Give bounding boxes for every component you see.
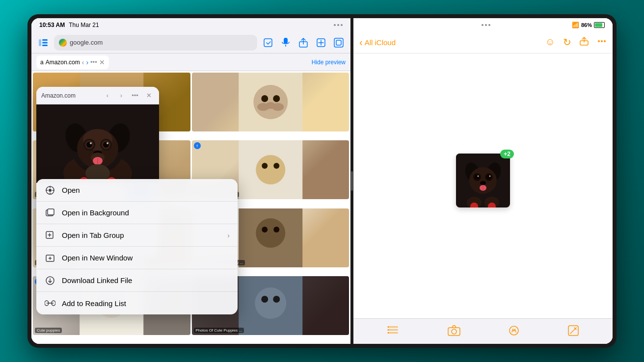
notes-back-button[interactable]: ‹ All iCloud [359,37,396,48]
safari-three-dots[interactable] [334,24,343,26]
hide-preview-button[interactable]: Hide preview [312,59,346,66]
open-icon [44,184,56,196]
svg-point-41 [256,218,285,248]
svg-point-25 [272,103,284,111]
notes-image-thumbnail [456,154,510,207]
notes-share-button[interactable] [579,36,589,49]
notes-back-label: All iCloud [365,38,396,47]
svg-point-99 [601,40,603,42]
context-download-file[interactable]: Download Linked File [36,269,238,292]
preview-back-button[interactable]: ‹ [102,90,113,101]
svg-point-109 [486,175,492,180]
grid-image-2[interactable] [192,73,349,131]
context-open-background[interactable]: Open in Background [36,202,238,224]
context-open-tab-group[interactable]: Open in Tab Group › [36,224,238,247]
context-reading-list-label: Add to Reading List [62,299,126,308]
notes-status-right: 📶 86% [572,22,605,28]
svg-rect-11 [334,38,343,47]
preview-image [36,104,159,183]
svg-rect-1 [42,39,48,41]
amazon-tab[interactable]: a Amazon.com ‹ › ••• ✕ [36,55,109,69]
svg-point-123 [388,329,389,331]
add-tab-button[interactable] [314,36,328,50]
svg-point-43 [273,227,279,233]
back-chevron-icon: ‹ [359,37,363,48]
safari-second-toolbar: a Amazon.com ‹ › ••• ✕ Hide preview [31,53,350,71]
notes-panel: 📶 86% ‹ All iCloud ☺ ↻ [353,18,613,344]
reading-list-icon [44,297,56,309]
context-open-new-window[interactable]: Open in New Window [36,247,238,269]
context-open[interactable]: Open [36,179,238,202]
battery-fill [595,23,602,27]
notes-markup-button[interactable] [509,325,519,338]
svg-rect-121 [388,332,398,334]
svg-point-51 [273,296,280,303]
svg-rect-119 [388,326,398,328]
context-open-new-window-label: Open in New Window [62,254,133,262]
tab-nav-back[interactable]: ‹ [82,58,84,66]
notes-three-dots[interactable] [482,24,490,26]
share-button[interactable] [296,36,310,50]
notes-checklist-button[interactable] [387,324,399,339]
notes-dropped-image[interactable]: +2 [456,154,510,207]
tab-nav-forward[interactable]: › [86,58,88,66]
safari-status-bar: 10:53 AM Thu Mar 21 [31,18,350,32]
address-bar[interactable]: google.com [54,35,257,51]
svg-point-122 [388,326,389,328]
svg-point-24 [257,103,269,111]
url-text: google.com [70,39,103,46]
tabs-overview-button[interactable] [332,36,346,50]
notes-compose-button[interactable] [568,325,579,338]
svg-rect-3 [42,45,48,46]
battery-percent: 86% [581,22,592,28]
preview-forward-button[interactable]: › [116,90,127,101]
notes-content: +2 [353,53,613,318]
svg-point-111 [489,176,491,177]
svg-rect-120 [388,329,398,331]
context-open-background-label: Open in Background [62,208,129,217]
svg-rect-4 [264,39,272,47]
open-tab-group-icon [44,230,56,241]
notes-more-button[interactable] [597,36,607,49]
download-file-icon [44,275,56,286]
notes-bottom-bar [353,318,613,344]
notes-refresh-button[interactable]: ↻ [563,36,571,49]
svg-rect-5 [284,38,288,44]
svg-point-65 [90,142,92,144]
svg-point-34 [273,163,279,169]
context-reading-list[interactable]: Add to Reading List [36,292,238,314]
notes-emoji-button[interactable]: ☺ [545,36,555,49]
svg-point-49 [255,287,286,319]
preview-puppy-svg [36,104,159,183]
svg-point-100 [604,40,606,42]
notes-toolbar-icons: ☺ ↻ [545,36,607,49]
dog-image-2-svg [192,73,349,131]
notes-camera-button[interactable] [448,325,460,338]
tab-more-button[interactable]: ••• [90,58,97,66]
svg-rect-2 [42,42,48,43]
google-favicon [59,39,67,47]
svg-rect-85 [48,209,54,215]
svg-point-32 [256,155,285,184]
ipad-device: 10:53 AM Thu Mar 21 [27,14,617,348]
ar-button[interactable] [261,36,275,50]
tab-close-button[interactable]: ✕ [99,58,105,66]
microphone-button[interactable] [279,36,293,50]
svg-point-79 [49,189,52,192]
svg-rect-0 [39,39,41,46]
notes-status-bar: 📶 86% [353,18,613,32]
open-background-icon [44,207,56,219]
battery-icon [594,22,605,28]
image-label-9: Photos Of Cute Puppies ... [194,328,244,333]
sidebar-toggle-button[interactable] [36,36,50,50]
svg-point-66 [107,142,108,144]
notes-puppy-svg [456,154,510,207]
ipad-screen: 10:53 AM Thu Mar 21 [31,18,613,344]
svg-point-50 [261,296,268,303]
preview-close-button[interactable]: ✕ [143,90,154,101]
preview-nav-icons: ‹ › ••• ✕ [102,90,154,101]
notes-toolbar: ‹ All iCloud ☺ ↻ [353,32,613,53]
preview-more-button[interactable]: ••• [130,90,140,101]
svg-point-126 [452,329,456,334]
image-label-8: Cute puppies [35,328,62,333]
